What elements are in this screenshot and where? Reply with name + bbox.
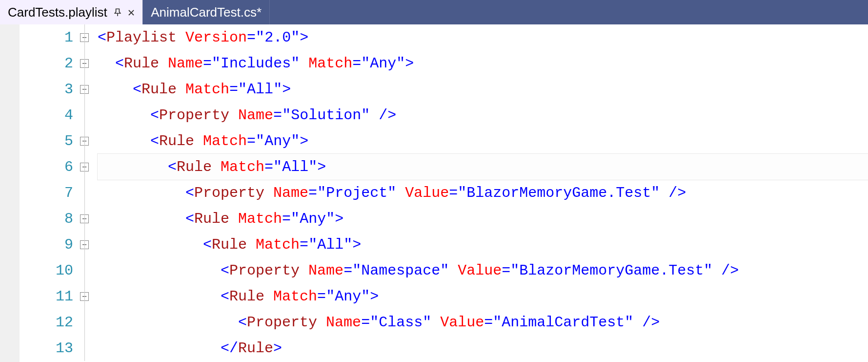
code-line[interactable]: <Property Name="Namespace" Value="Blazor… bbox=[98, 257, 868, 283]
code-area[interactable]: <Playlist Version="2.0"> <Rule Name="Inc… bbox=[98, 24, 868, 362]
code-line[interactable]: </Rule> bbox=[98, 335, 868, 361]
code-line[interactable]: <Playlist Version="2.0"> bbox=[98, 24, 868, 50]
pin-icon[interactable] bbox=[113, 8, 122, 17]
tab-label: AnimalCardTest.cs* bbox=[151, 5, 262, 20]
breakpoint-margin[interactable] bbox=[0, 24, 20, 362]
line-number-gutter: 12345678910111213 bbox=[20, 24, 78, 362]
fold-cell: − bbox=[78, 206, 98, 232]
tab-cardtests-playlist[interactable]: CardTests.playlist ✕ bbox=[0, 0, 143, 24]
code-line[interactable]: <Rule Name="Includes" Match="Any"> bbox=[98, 50, 868, 76]
fold-cell: − bbox=[78, 76, 98, 102]
code-line[interactable]: <Property Name="Solution" /> bbox=[98, 102, 868, 128]
line-number: 1 bbox=[20, 24, 73, 50]
fold-cell: − bbox=[78, 128, 98, 154]
line-number: 6 bbox=[20, 154, 73, 180]
fold-cell: − bbox=[78, 232, 98, 257]
editor[interactable]: 12345678910111213 −−−−−−−− <Playlist Ver… bbox=[0, 24, 868, 362]
line-number: 2 bbox=[20, 50, 73, 76]
code-line[interactable]: <Rule Match="Any"> bbox=[98, 128, 868, 154]
line-number: 8 bbox=[20, 206, 73, 232]
line-number: 9 bbox=[20, 232, 73, 257]
code-line[interactable]: <Rule Match="All"> bbox=[98, 76, 868, 102]
close-icon[interactable]: ✕ bbox=[128, 5, 135, 19]
code-line[interactable]: <Rule Match="Any"> bbox=[98, 206, 868, 232]
fold-cell bbox=[78, 335, 98, 361]
tab-bar: CardTests.playlist ✕ AnimalCardTest.cs* bbox=[0, 0, 868, 24]
line-number: 12 bbox=[20, 309, 73, 335]
tab-label: CardTests.playlist bbox=[8, 5, 107, 20]
fold-cell bbox=[78, 309, 98, 335]
code-line[interactable]: <Rule Match="All"> bbox=[98, 154, 868, 180]
line-number: 5 bbox=[20, 128, 73, 154]
code-line[interactable]: <Rule Match="All"> bbox=[98, 232, 868, 257]
line-number: 11 bbox=[20, 283, 73, 309]
line-number: 13 bbox=[20, 335, 73, 361]
line-number: 3 bbox=[20, 76, 73, 102]
fold-cell: − bbox=[78, 50, 98, 76]
code-line[interactable]: <Property Name="Project" Value="BlazorMe… bbox=[98, 180, 868, 206]
fold-cell: − bbox=[78, 24, 98, 50]
fold-cell bbox=[78, 257, 98, 283]
line-number: 4 bbox=[20, 102, 73, 128]
fold-cell bbox=[78, 180, 98, 206]
line-number: 10 bbox=[20, 257, 73, 283]
tab-animalcardtest-cs[interactable]: AnimalCardTest.cs* bbox=[143, 0, 270, 24]
fold-cell bbox=[78, 102, 98, 128]
fold-cell: − bbox=[78, 154, 98, 180]
code-line[interactable]: <Property Name="Class" Value="AnimalCard… bbox=[98, 309, 868, 335]
code-line[interactable]: <Rule Match="Any"> bbox=[98, 283, 868, 309]
fold-gutter: −−−−−−−− bbox=[78, 24, 98, 362]
line-number: 7 bbox=[20, 180, 73, 206]
fold-cell: − bbox=[78, 283, 98, 309]
